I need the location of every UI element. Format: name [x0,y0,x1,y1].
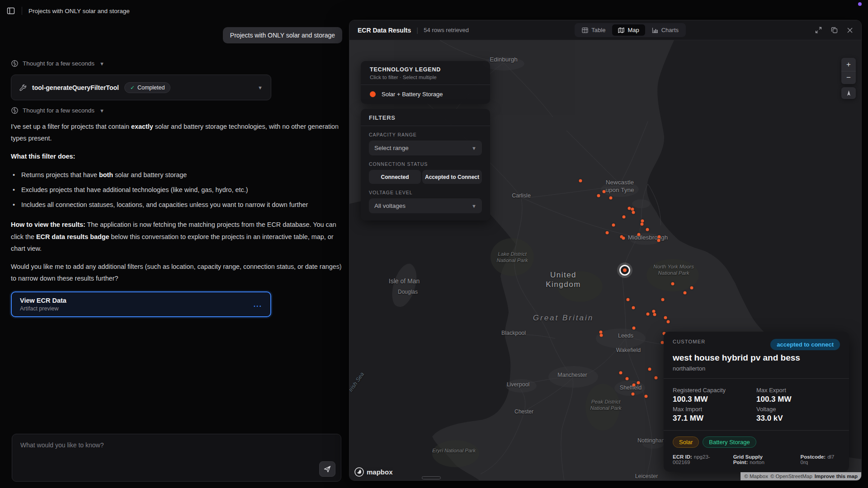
project-marker-dot[interactable] [579,179,582,183]
chevron-down-icon: ▼ [472,203,476,209]
thought-toggle-2[interactable]: Thought for a few seconds ▼ [11,107,342,114]
project-marker-dot[interactable] [658,235,661,239]
project-marker-dot[interactable] [637,233,641,236]
project-marker-dot[interactable] [612,224,615,227]
mapbox-attribution-link[interactable]: © Mapbox [744,474,768,479]
project-marker-dot[interactable] [619,371,623,375]
chat-input[interactable] [20,441,333,463]
send-button[interactable] [319,461,335,477]
zoom-out-button[interactable]: − [841,71,856,84]
bullet-item: Includes all connection statuses, locati… [12,199,342,211]
tag-battery-storage: Battery Storage [703,436,756,448]
connected-button[interactable]: Connected [369,170,421,184]
chat-thread: Projects with ONLY solar and storage Tho… [11,27,342,317]
compass-button[interactable] [841,87,856,99]
thought-label: Thought for a few seconds [23,107,94,114]
voltage-level-select[interactable]: All voltages ▼ [369,198,482,213]
chevron-down-icon: ▼ [472,145,476,151]
legend-item-solar-battery[interactable]: Solar + Battery Storage [361,85,490,104]
project-marker-dot[interactable] [632,327,636,330]
popup-stats: Registered Capacity 100.3 MW Max Import … [664,379,849,431]
ecr-results-panel: ECR Data Results | 54 rows retrieved Tab… [349,20,862,481]
project-marker-dot[interactable] [631,208,634,211]
artifact-text: View ECR Data Artifact preview [20,297,66,312]
stat-max-export: Max Export 100.3 MW Voltage 33.0 kV [756,385,840,423]
project-marker-dot[interactable] [655,376,658,380]
tab-label: Charts [661,27,679,33]
project-marker-dot[interactable] [627,298,630,301]
project-marker-dot[interactable] [626,377,629,380]
project-marker-dot[interactable] [661,298,665,301]
project-marker-dot[interactable] [652,310,656,313]
paper-plane-icon [324,465,331,473]
map-view[interactable]: EdinburghCarlisleNewcastle upon TyneMidd… [349,40,861,480]
project-marker-dot[interactable] [653,313,656,316]
tab-table[interactable]: Table [576,24,611,36]
project-marker-dot[interactable] [597,194,600,197]
capacity-range-select[interactable]: Select range ▼ [369,141,482,155]
results-panel-header: ECR Data Results | 54 rows retrieved Tab… [349,20,861,40]
legend-header: TECHNOLOGY LEGEND Click to filter · Sele… [361,61,490,85]
chevron-down-icon: ▼ [258,85,263,90]
brain-icon [11,60,19,67]
connection-status-label: CONNECTION STATUS [369,161,482,167]
voltage-level-label: VOLTAGE LEVEL [369,190,482,195]
sidebar-toggle-icon[interactable] [6,6,15,15]
improve-map-link[interactable]: Improve this map [815,474,858,479]
view-ecr-data-card[interactable]: View ECR Data Artifact preview ... [11,291,271,317]
bullet-item: Excludes projects that have additional t… [12,184,342,196]
project-marker-dot[interactable] [641,223,644,226]
more-options-icon[interactable]: ... [254,300,262,309]
check-circle-icon: ✓ [130,84,135,91]
osm-attribution-link[interactable]: © OpenStreetMap [770,474,812,479]
zoom-in-button[interactable]: + [841,58,856,71]
project-marker-dot[interactable] [632,211,635,214]
chevron-down-icon: ▼ [99,61,104,66]
project-marker-dot[interactable] [606,231,609,235]
project-marker-dot[interactable] [609,197,613,200]
capacity-range-label: CAPACITY RANGE [369,132,482,137]
project-marker-dot[interactable] [632,306,635,310]
thought-toggle-1[interactable]: Thought for a few seconds ▼ [11,60,342,67]
brain-icon [11,107,19,114]
accepted-to-connect-button[interactable]: Accepted to Connect [422,170,482,184]
chevron-down-icon: ▼ [99,108,104,113]
copy-icon[interactable] [831,27,838,33]
project-marker-dot[interactable] [646,313,650,316]
project-marker-dot[interactable] [632,384,636,387]
marker-ring [619,265,630,276]
project-marker-dot[interactable] [645,395,648,398]
bullet-list: Returns projects that have both solar an… [12,169,342,211]
project-marker-dot[interactable] [632,393,635,396]
project-marker-dot[interactable] [657,239,660,242]
project-marker-dot[interactable] [690,286,693,290]
status-badge: accepted to connect [770,339,840,350]
compass-needle-icon [846,90,851,96]
project-marker-dot[interactable] [637,381,640,385]
horizontal-scrollbar-thumb[interactable] [422,476,441,479]
project-marker-dot[interactable] [600,334,603,337]
close-icon[interactable] [847,27,853,33]
project-marker-dot[interactable] [664,316,667,319]
project-marker-dot[interactable] [667,320,670,324]
project-marker-dot[interactable] [646,228,649,231]
selected-project-marker[interactable] [617,263,632,278]
project-marker-dot[interactable] [628,207,631,210]
paragraph: I've set up a filter for projects that c… [11,121,342,144]
map-attribution: © Mapbox © OpenStreetMap Improve this ma… [741,472,861,480]
project-marker-dot[interactable] [623,216,626,219]
project-marker-dot[interactable] [603,190,606,193]
legend-color-dot [370,91,376,97]
project-marker-dot[interactable] [671,282,675,286]
project-marker-dot[interactable] [684,291,687,295]
project-marker-dot[interactable] [641,220,644,223]
expand-icon[interactable] [815,27,822,33]
tool-call-card[interactable]: tool-generateQueryFilterTool ✓ Completed… [11,75,271,100]
project-marker-dot[interactable] [599,331,603,334]
project-marker-dot[interactable] [648,368,651,371]
tab-map[interactable]: Map [612,24,645,36]
mapbox-logo[interactable]: mapbox [354,467,393,477]
project-marker-dot[interactable] [622,237,625,240]
wrench-icon [19,84,27,91]
tab-charts[interactable]: Charts [646,24,684,36]
